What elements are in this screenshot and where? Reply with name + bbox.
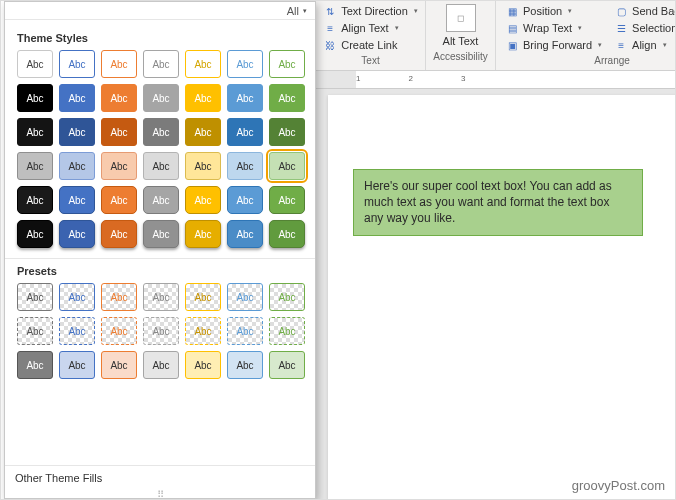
filter-label: All <box>287 5 299 17</box>
style-swatch[interactable]: Abc <box>143 283 179 311</box>
style-swatch[interactable]: Abc <box>227 283 263 311</box>
style-swatch[interactable]: Abc <box>17 283 53 311</box>
cmd-align[interactable]: ≡ Align ▾ <box>611 37 676 53</box>
style-swatch[interactable]: Abc <box>101 351 137 379</box>
style-swatch[interactable]: Abc <box>17 84 53 112</box>
style-swatch[interactable]: Abc <box>17 351 53 379</box>
style-swatch[interactable]: Abc <box>185 50 221 78</box>
style-swatch[interactable]: Abc <box>269 317 305 345</box>
gallery-body[interactable]: Theme Styles AbcAbcAbcAbcAbcAbcAbcAbcAbc… <box>5 20 315 465</box>
style-swatch[interactable]: Abc <box>59 118 95 146</box>
style-swatch[interactable]: Abc <box>143 50 179 78</box>
style-swatch[interactable]: Abc <box>227 317 263 345</box>
style-swatch[interactable]: Abc <box>143 317 179 345</box>
style-swatch[interactable]: Abc <box>143 186 179 214</box>
section-title-presets: Presets <box>17 265 305 277</box>
style-swatch[interactable]: Abc <box>101 152 137 180</box>
style-swatch[interactable]: Abc <box>227 220 263 248</box>
style-swatch[interactable]: Abc <box>185 186 221 214</box>
style-swatch[interactable]: Abc <box>101 118 137 146</box>
style-swatch[interactable]: Abc <box>59 220 95 248</box>
style-swatch[interactable]: Abc <box>227 152 263 180</box>
style-swatch[interactable]: Abc <box>143 351 179 379</box>
style-swatch[interactable]: Abc <box>269 84 305 112</box>
style-swatch[interactable]: Abc <box>101 220 137 248</box>
style-swatch[interactable]: Abc <box>143 152 179 180</box>
align-icon: ≡ <box>614 38 628 52</box>
style-swatch[interactable]: Abc <box>269 152 305 180</box>
style-swatch[interactable]: Abc <box>269 50 305 78</box>
style-swatch[interactable]: Abc <box>185 283 221 311</box>
style-swatch[interactable]: Abc <box>227 186 263 214</box>
cmd-label: Selection Pane <box>632 22 676 34</box>
cmd-wrap-text[interactable]: ▤ Wrap Text ▾ <box>502 20 605 36</box>
style-swatch[interactable]: Abc <box>59 152 95 180</box>
style-swatch[interactable]: Abc <box>101 186 137 214</box>
style-swatch[interactable]: Abc <box>227 351 263 379</box>
style-swatch[interactable]: Abc <box>59 84 95 112</box>
cmd-position[interactable]: ▦ Position ▾ <box>502 3 605 19</box>
style-swatch[interactable]: Abc <box>17 220 53 248</box>
style-swatch[interactable]: Abc <box>143 220 179 248</box>
cmd-text-direction[interactable]: ⇅ Text Direction ▾ <box>320 3 421 19</box>
chevron-down-icon: ▾ <box>395 24 399 32</box>
page[interactable]: Here's our super cool text box! You can … <box>328 95 675 499</box>
style-swatch[interactable]: Abc <box>185 84 221 112</box>
style-swatch[interactable]: Abc <box>185 220 221 248</box>
cmd-label: Send Backward <box>632 5 676 17</box>
style-swatch[interactable]: Abc <box>17 152 53 180</box>
text-box[interactable]: Here's our super cool text box! You can … <box>353 169 643 236</box>
style-swatch[interactable]: Abc <box>17 186 53 214</box>
cmd-send-backward[interactable]: ▢ Send Backward ▾ <box>611 3 676 19</box>
align-text-icon: ≡ <box>323 21 337 35</box>
shape-styles-gallery: All ▾ Theme Styles AbcAbcAbcAbcAbcAbcAbc… <box>4 1 316 499</box>
style-swatch[interactable]: Abc <box>227 50 263 78</box>
style-swatch[interactable]: Abc <box>17 50 53 78</box>
style-swatch[interactable]: Abc <box>227 84 263 112</box>
style-swatch[interactable]: Abc <box>269 186 305 214</box>
style-swatch[interactable]: Abc <box>17 118 53 146</box>
cmd-align-text[interactable]: ≡ Align Text ▾ <box>320 20 402 36</box>
theme-styles-grid: AbcAbcAbcAbcAbcAbcAbcAbcAbcAbcAbcAbcAbcA… <box>17 50 305 248</box>
ribbon-group-arrange: ▦ Position ▾ ▤ Wrap Text ▾ ▣ Bring Forwa… <box>496 1 676 70</box>
link-icon: ⛓ <box>323 38 337 52</box>
cmd-bring-forward[interactable]: ▣ Bring Forward ▾ <box>502 37 605 53</box>
style-swatch[interactable]: Abc <box>185 317 221 345</box>
watermark: groovyPost.com <box>572 478 665 493</box>
style-swatch[interactable]: Abc <box>101 50 137 78</box>
cmd-label: Align Text <box>341 22 389 34</box>
style-swatch[interactable]: Abc <box>185 118 221 146</box>
cmd-label: Alt Text <box>443 36 479 48</box>
style-swatch[interactable]: Abc <box>143 118 179 146</box>
style-swatch[interactable]: Abc <box>101 84 137 112</box>
style-swatch[interactable]: Abc <box>101 283 137 311</box>
chevron-down-icon: ▾ <box>303 7 307 15</box>
style-swatch[interactable]: Abc <box>17 317 53 345</box>
style-swatch[interactable]: Abc <box>227 118 263 146</box>
style-swatch[interactable]: Abc <box>269 283 305 311</box>
style-swatch[interactable]: Abc <box>269 220 305 248</box>
style-swatch[interactable]: Abc <box>59 186 95 214</box>
style-swatch[interactable]: Abc <box>59 351 95 379</box>
chevron-down-icon: ▾ <box>598 41 602 49</box>
position-icon: ▦ <box>505 4 519 18</box>
style-swatch[interactable]: Abc <box>185 152 221 180</box>
style-swatch[interactable]: Abc <box>185 351 221 379</box>
style-swatch[interactable]: Abc <box>59 50 95 78</box>
style-swatch[interactable]: Abc <box>143 84 179 112</box>
cmd-label: Text Direction <box>341 5 408 17</box>
chevron-down-icon: ▾ <box>568 7 572 15</box>
style-swatch[interactable]: Abc <box>101 317 137 345</box>
other-theme-fills-button[interactable]: Other Theme Fills <box>5 465 315 490</box>
gallery-filter[interactable]: All ▾ <box>5 2 315 20</box>
style-swatch[interactable]: Abc <box>59 283 95 311</box>
style-swatch[interactable]: Abc <box>269 351 305 379</box>
cmd-selection-pane[interactable]: ☰ Selection Pane <box>611 20 676 36</box>
style-swatch[interactable]: Abc <box>59 317 95 345</box>
cmd-create-link[interactable]: ⛓ Create Link <box>320 37 400 53</box>
chevron-down-icon: ▾ <box>578 24 582 32</box>
cmd-alt-text[interactable]: ◻ Alt Text <box>440 3 482 49</box>
style-swatch[interactable]: Abc <box>269 118 305 146</box>
ribbon-group-accessibility: ◻ Alt Text Accessibility <box>426 1 496 70</box>
drag-handle[interactable]: ⠿ <box>5 490 315 498</box>
